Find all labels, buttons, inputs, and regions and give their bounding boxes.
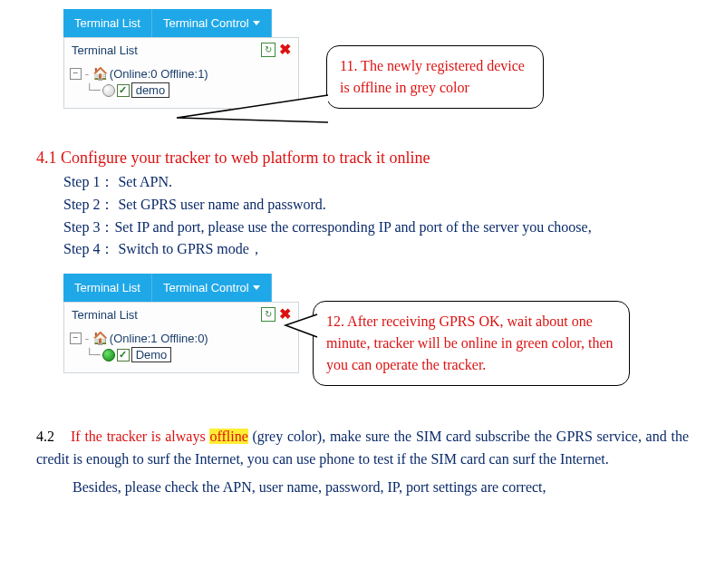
callout-11: 11. The newly registered device is offli… bbox=[326, 45, 544, 109]
home-icon: 🏠 bbox=[92, 331, 108, 345]
refresh-icon[interactable]: ↻ bbox=[261, 307, 276, 322]
tab-terminal-control[interactable]: Terminal Control bbox=[152, 9, 272, 37]
callout-12: 12. After receiving GPRS OK, wait about … bbox=[313, 301, 630, 386]
red-lead: If the tracker is always bbox=[71, 429, 206, 444]
root-label: (Online:0 Offline:1) bbox=[110, 67, 208, 81]
section-number: 4.2 bbox=[36, 429, 54, 444]
checkbox-icon[interactable]: ✓ bbox=[117, 84, 130, 97]
chevron-down-icon bbox=[253, 285, 260, 290]
status-dot-online bbox=[102, 349, 115, 361]
figure-12: Terminal List Terminal Control Terminal … bbox=[63, 274, 716, 419]
device-label: Demo bbox=[131, 347, 172, 362]
tree-connector: └─ bbox=[86, 348, 101, 361]
terminal-list-panel: Terminal List ↻ ✖ − - 🏠 (Online:1 Offlin… bbox=[63, 302, 299, 373]
tab-bar: Terminal List Terminal Control bbox=[63, 274, 716, 302]
chevron-down-icon bbox=[253, 21, 260, 25]
step-1: Step 1： Set APN. bbox=[63, 171, 689, 194]
tab-terminal-list[interactable]: Terminal List bbox=[63, 9, 152, 37]
callout-pointer bbox=[285, 314, 322, 351]
highlight-offline: offline bbox=[209, 429, 247, 444]
callout-pointer bbox=[177, 95, 331, 131]
tab-bar: Terminal List Terminal Control bbox=[63, 9, 716, 37]
home-icon: 🏠 bbox=[92, 66, 108, 81]
tree-connector: - bbox=[83, 332, 91, 345]
section-42-paragraph: 4.2If the tracker is always offline (gre… bbox=[36, 426, 689, 471]
collapse-icon[interactable]: − bbox=[70, 333, 82, 344]
step-3: Step 3：Set IP and port, please use the c… bbox=[63, 217, 689, 239]
steps-list: Step 1： Set APN. Step 2： Set GPRS user n… bbox=[63, 171, 689, 261]
tree-connector: └─ bbox=[86, 83, 101, 97]
step-2: Step 2： Set GPRS user name and password. bbox=[63, 194, 689, 217]
device-tree: − - 🏠 (Online:1 Offline:0) └─ ✓ Demo bbox=[64, 326, 298, 372]
tab-terminal-list[interactable]: Terminal List bbox=[63, 274, 152, 302]
step-4: Step 4： Switch to GPRS mode， bbox=[63, 238, 689, 261]
panel-title: Terminal List bbox=[72, 43, 138, 57]
tree-item[interactable]: └─ ✓ Demo bbox=[86, 346, 293, 363]
root-label: (Online:1 Offline:0) bbox=[110, 332, 208, 345]
figure-11: Terminal List Terminal Control Terminal … bbox=[63, 9, 716, 145]
collapse-icon[interactable]: − bbox=[70, 68, 82, 80]
tab-label: Terminal Control bbox=[163, 281, 249, 294]
device-label: demo bbox=[131, 82, 170, 98]
besides-paragraph: Besides, please check the APN, user name… bbox=[72, 477, 689, 499]
tree-root-row[interactable]: − - 🏠 (Online:1 Offline:0) bbox=[70, 330, 293, 346]
status-dot-offline bbox=[102, 84, 115, 97]
tab-label: Terminal List bbox=[74, 16, 140, 30]
section-41-title: 4.1 Configure your tracker to web platfo… bbox=[36, 149, 716, 168]
refresh-icon[interactable]: ↻ bbox=[261, 43, 276, 57]
tree-root-row[interactable]: − - 🏠 (Online:0 Offline:1) bbox=[70, 65, 293, 82]
close-icon[interactable]: ✖ bbox=[279, 43, 291, 56]
tab-terminal-control[interactable]: Terminal Control bbox=[152, 274, 272, 302]
tree-connector: - bbox=[83, 67, 91, 81]
checkbox-icon[interactable]: ✓ bbox=[117, 349, 130, 361]
tab-label: Terminal Control bbox=[163, 16, 249, 30]
tab-label: Terminal List bbox=[74, 281, 140, 294]
panel-title: Terminal List bbox=[72, 308, 138, 322]
